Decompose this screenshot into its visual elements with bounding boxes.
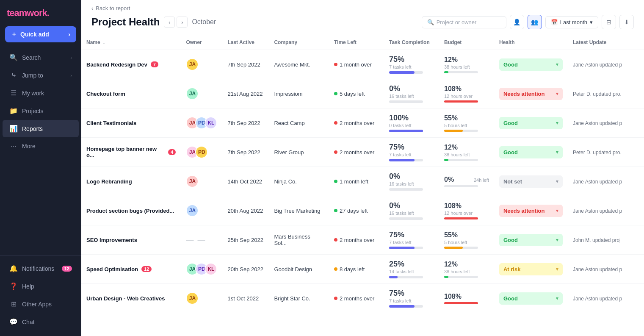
budget-bar-bg xyxy=(444,217,478,219)
budget-bar-bg xyxy=(444,247,478,249)
latest-update-text: Jane Aston updated p xyxy=(573,62,622,68)
health-badge[interactable]: Needs attention ▾ xyxy=(499,88,563,100)
project-name-cell: Logo Rebranding xyxy=(81,167,181,196)
task-sub: 7 tasks left xyxy=(389,152,434,157)
avatar: JA xyxy=(186,87,199,100)
health-badge[interactable]: Not set ▾ xyxy=(499,175,563,188)
last-active-value: 25th Sep 2022 xyxy=(227,237,263,243)
task-percent: 75% xyxy=(389,230,434,239)
project-name-text[interactable]: Homepage top banner new o... xyxy=(86,146,165,158)
health-cell: Good ▾ xyxy=(494,108,568,138)
last-active-value: 7th Sep 2022 xyxy=(227,149,260,156)
sidebar-item-notifications[interactable]: 🔔 Notifications 12 xyxy=(3,260,79,277)
task-bar-fill xyxy=(389,159,415,161)
project-name-text[interactable]: Backend Redesign Dev xyxy=(86,61,147,68)
project-name-text[interactable]: Client Testimonials xyxy=(86,120,136,126)
time-left-cell: 2 months over xyxy=(329,284,384,313)
sidebar-item-more[interactable]: ··· More xyxy=(3,138,79,155)
search-box[interactable]: 🔍 Project or owner xyxy=(422,16,506,28)
health-badge[interactable]: Good ▾ xyxy=(499,234,563,246)
user-filter-button[interactable]: 👤 xyxy=(510,15,524,29)
prev-month-button[interactable]: ‹ xyxy=(164,17,175,28)
project-name-text[interactable]: Product section bugs (Provided... xyxy=(86,208,174,214)
budget-bar-fill xyxy=(444,130,463,132)
budget-bar-fill xyxy=(444,71,448,73)
time-left-value: 5 days left xyxy=(340,91,365,97)
health-badge[interactable]: Good ▾ xyxy=(499,58,563,71)
owner-cell: JA xyxy=(181,50,222,79)
project-name-text[interactable]: Speed Optimisation xyxy=(86,266,138,272)
health-label: Good xyxy=(503,149,518,156)
date-filter-dropdown[interactable]: 📅 Last month ▾ xyxy=(545,16,598,28)
latest-update-cell: Jane Aston updated p xyxy=(568,167,644,196)
col-header-company: Company xyxy=(269,35,329,50)
task-percent: 75% xyxy=(389,289,434,298)
health-badge[interactable]: Good ▾ xyxy=(499,146,563,158)
budget-bar-fill xyxy=(444,276,448,278)
health-cell: Good ▾ xyxy=(494,138,568,167)
projects-icon: 📁 xyxy=(9,107,18,115)
task-bar-fill xyxy=(389,276,398,278)
last-active-value: 1st Oct 2022 xyxy=(227,295,259,302)
latest-update-text: Jane Aston updated p xyxy=(573,296,622,302)
avatar: KL xyxy=(205,263,217,275)
last-active-value: 21st Aug 2022 xyxy=(227,91,263,97)
health-badge[interactable]: Good ▾ xyxy=(499,117,563,129)
health-badge[interactable]: Good ▾ xyxy=(499,292,563,305)
owner-cell: JAPD xyxy=(181,138,222,167)
project-name-text[interactable]: Urban Design - Web Creatives xyxy=(86,295,165,302)
last-active-cell: 1st Oct 2022 xyxy=(222,284,269,313)
task-bar-bg xyxy=(389,247,423,249)
col-header-last-active: Last Active xyxy=(222,35,269,50)
latest-update-text: Jane Aston updated p xyxy=(573,267,622,272)
health-cell: At risk ▾ xyxy=(494,255,568,284)
budget-percent: 55% xyxy=(444,114,458,122)
sidebar-item-other-apps[interactable]: ⊞ Other Apps xyxy=(3,295,79,313)
budget-cell: 108% 12 hours over xyxy=(439,196,494,225)
time-left-cell: 2 months over xyxy=(329,225,384,255)
task-percent: 100% xyxy=(389,114,434,122)
health-badge[interactable]: At risk ▾ xyxy=(499,263,563,275)
filter-button[interactable]: ⊟ xyxy=(602,15,616,29)
last-active-cell: 20th Aug 2022 xyxy=(222,196,269,225)
budget-over-label: 24h left xyxy=(474,178,489,183)
latest-update-cell: Jane Aston updated p xyxy=(568,108,644,138)
sidebar-item-chat[interactable]: 💬 Chat xyxy=(3,313,79,330)
avatar: JA xyxy=(186,204,199,217)
sidebar-item-my-work[interactable]: ☰ My work xyxy=(3,84,79,102)
time-indicator-dot xyxy=(334,267,337,271)
time-left-value: 1 month left xyxy=(340,178,368,185)
project-name-text[interactable]: SEO Improvements xyxy=(86,237,137,243)
sidebar-item-projects[interactable]: 📁 Projects xyxy=(3,102,79,119)
next-month-button[interactable]: › xyxy=(177,17,188,28)
health-badge[interactable]: Needs attention ▾ xyxy=(499,205,563,217)
quick-add-button[interactable]: ＋ Quick add › xyxy=(5,26,76,42)
project-name-text[interactable]: Logo Rebranding xyxy=(86,178,132,185)
project-name-text[interactable]: Checkout form xyxy=(86,91,125,97)
task-bar-fill xyxy=(389,71,415,74)
time-left-cell: 5 days left xyxy=(329,79,384,108)
page-header: Project Health ‹ › October 🔍 Project or … xyxy=(91,15,634,35)
table-body: Backend Redesign Dev 7 JA7th Sep 2022Awe… xyxy=(81,50,644,313)
time-indicator-dot xyxy=(334,297,337,300)
budget-percent: 0% xyxy=(444,176,454,183)
health-label: Needs attention xyxy=(503,91,545,97)
download-button[interactable]: ⬇ xyxy=(619,15,634,29)
sidebar-item-reports[interactable]: 📊 Reports xyxy=(3,120,79,137)
sidebar-item-help[interactable]: ❓ Help xyxy=(3,278,79,295)
task-sub: 7 tasks left xyxy=(389,240,434,245)
health-chevron-icon: ▾ xyxy=(556,237,558,243)
budget-percent: 108% xyxy=(444,202,462,210)
budget-bar-bg xyxy=(444,71,478,73)
table-row: Homepage top banner new o... 4 JAPD7th S… xyxy=(81,138,644,167)
sidebar-item-jump-to[interactable]: ⤷ Jump to › xyxy=(3,67,79,84)
budget-bar-fill xyxy=(444,302,478,304)
avatar: JA xyxy=(186,175,199,188)
col-header-owner: Owner xyxy=(181,35,222,50)
owner-cell: JAPDKL xyxy=(181,108,222,138)
health-label: Good xyxy=(503,295,518,302)
task-completion-cell: 0% 16 tasks left xyxy=(384,167,439,196)
group-filter-button[interactable]: 👥 xyxy=(528,15,542,29)
sidebar-item-search[interactable]: 🔍 Search › xyxy=(3,49,79,66)
back-link[interactable]: ‹ Back to report xyxy=(91,5,634,11)
